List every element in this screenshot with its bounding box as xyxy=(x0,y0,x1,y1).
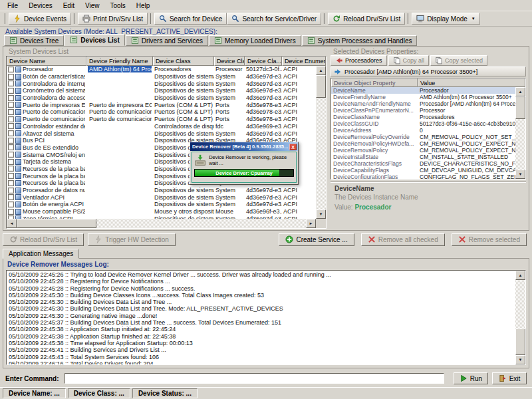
property-row[interactable]: DeviceAddress 0 xyxy=(331,127,515,134)
table-row[interactable]: Puerto de comunicaciones Puerto de comun… xyxy=(7,108,316,116)
scroll-down-button[interactable]: ▼ xyxy=(515,170,525,179)
table-row[interactable]: Cronómetro del sistema Dispositivos de s… xyxy=(7,87,316,94)
remove-all-checked-button[interactable]: Remove all checked xyxy=(361,233,445,246)
close-icon[interactable]: X xyxy=(289,144,297,150)
tab[interactable]: System Processes and Handles xyxy=(302,35,418,46)
row-checkbox[interactable] xyxy=(8,95,14,101)
scroll-up-button[interactable]: ▲ xyxy=(515,271,525,280)
messages-log[interactable]: 05/10/2009 22:45:26 :: Trying to load De… xyxy=(6,270,526,365)
row-checkbox[interactable] xyxy=(8,173,14,179)
scroll-down-button[interactable]: ▼ xyxy=(316,209,326,219)
menu-item[interactable]: Edit xyxy=(58,1,80,11)
tab[interactable]: Devices Tree xyxy=(4,35,64,46)
menu-item[interactable]: File xyxy=(2,1,23,11)
column-header[interactable]: Device Cla... xyxy=(245,57,282,66)
property-row[interactable]: DeviceFriendlyName AMD Athlon(tm) 64 Pro… xyxy=(331,94,515,100)
property-row[interactable]: DeviceClassGUID 50127dc3-0f36-415e-a6cc-… xyxy=(331,120,515,127)
scroll-up-button[interactable]: ▲ xyxy=(515,87,525,96)
row-checkbox[interactable] xyxy=(8,152,14,158)
table-row[interactable]: Mouse compatible PS/2 Mouse y otros disp… xyxy=(7,208,316,215)
scrollbar-thumb[interactable] xyxy=(17,219,96,228)
column-header[interactable]: Device Object Property xyxy=(331,78,418,87)
property-row[interactable]: DeviceRemovalPolicyHWDefa... CM_REMOVAL_… xyxy=(331,140,515,147)
horizontal-scrollbar[interactable]: ◄ ► xyxy=(7,219,316,228)
row-checkbox[interactable] xyxy=(8,144,14,150)
column-header[interactable]: Device Enumerat... xyxy=(282,57,326,66)
scrollbar-thumb[interactable] xyxy=(316,75,326,98)
row-checkbox[interactable] xyxy=(8,109,14,115)
table-row[interactable]: Controladora de interrup... Dispositivos… xyxy=(7,80,316,87)
scroll-right-button[interactable]: ► xyxy=(306,219,316,228)
vertical-scrollbar[interactable]: ▲ ▼ xyxy=(515,87,525,179)
print-button[interactable]: Print Drv/Srv List xyxy=(78,13,148,25)
search-service-button[interactable]: Search for Service/Driver xyxy=(227,13,321,25)
display-mode-button[interactable]: Display Mode ▼ xyxy=(412,13,480,25)
device-events-button[interactable]: Device Events xyxy=(9,13,71,25)
vertical-scrollbar[interactable]: ▲ ▼ xyxy=(515,271,525,364)
row-checkbox[interactable] xyxy=(8,180,14,186)
property-row[interactable]: DeviceClassName Procesadores xyxy=(331,114,515,120)
row-checkbox[interactable] xyxy=(8,188,14,194)
property-row[interactable]: DeviceCharacteristicsFlags DEVICE_CHARAC… xyxy=(331,160,515,167)
table-row[interactable]: Puerto de impresoras ECP Puerto de impre… xyxy=(7,101,316,108)
scroll-up-button[interactable]: ▲ xyxy=(316,66,326,75)
property-row[interactable]: DeviceConfigurationFlags CONFIGFLAG_NO_F… xyxy=(331,174,515,180)
scroll-down-button[interactable]: ▼ xyxy=(515,355,525,364)
menu-item[interactable]: Devices xyxy=(23,1,58,11)
row-checkbox[interactable] xyxy=(8,209,14,215)
scrollbar-thumb[interactable] xyxy=(515,96,525,119)
property-row[interactable]: DeviceInstallState CM_INSTALL_STATE_INST… xyxy=(331,154,515,160)
tab[interactable]: Devices List xyxy=(65,34,124,46)
reload-list-button[interactable]: Reload Drv/Srv List xyxy=(328,13,405,25)
row-checkbox[interactable] xyxy=(8,123,14,129)
reload-drvsrv-button[interactable]: Reload Drv/Srv List xyxy=(3,233,84,246)
row-checkbox[interactable] xyxy=(8,159,14,165)
device-class-tab[interactable]: Procesadores xyxy=(331,55,387,66)
column-header[interactable]: Device Cla... xyxy=(214,57,245,66)
table-row[interactable]: Ventilador ACPI Dispositivos de sistema … xyxy=(7,194,316,201)
menu-item[interactable]: Tools xyxy=(104,1,130,11)
table-row[interactable]: Botón de características fij... Disposit… xyxy=(7,73,316,80)
row-checkbox[interactable] xyxy=(8,166,14,172)
table-row[interactable]: Controlador estándar de... Controladoras… xyxy=(7,123,316,130)
tab-application-messages[interactable]: Application Messages xyxy=(3,249,79,259)
vertical-scrollbar[interactable]: ▲ ▼ xyxy=(316,66,326,219)
copy-all-button[interactable]: Copy all xyxy=(388,55,430,66)
row-checkbox[interactable] xyxy=(8,80,14,86)
remove-selected-button[interactable]: Remove selected xyxy=(452,233,527,246)
property-row[interactable]: DeviceCapabilityFlags CM_DEVCAP_UNIGUID,… xyxy=(331,167,515,174)
table-row[interactable]: Altavoz del sistema Dispositivos de sist… xyxy=(7,130,316,137)
exit-button[interactable]: Exit xyxy=(492,372,527,384)
row-checkbox[interactable] xyxy=(8,201,14,207)
row-checkbox[interactable] xyxy=(8,88,14,94)
create-service-button[interactable]: Create Service ... xyxy=(279,233,354,246)
property-row[interactable]: DeviceName Procesador xyxy=(331,87,515,94)
tab[interactable]: Memory Loaded Drivers xyxy=(209,35,301,46)
property-row[interactable]: DeviceNameAndFriendlyName Procesador [AM… xyxy=(331,100,515,107)
column-header[interactable]: Device Friendly Name xyxy=(86,57,153,66)
column-header[interactable]: Value xyxy=(418,78,525,87)
device-selector[interactable]: Procesador [AMD Athlon(tm) 64 Processor … xyxy=(331,66,526,76)
row-checkbox[interactable] xyxy=(8,74,14,80)
scrollbar-thumb[interactable] xyxy=(515,329,525,355)
row-checkbox[interactable] xyxy=(8,66,14,72)
menu-item[interactable]: Help xyxy=(131,1,156,11)
dialog-title-bar[interactable]: Device Remover [Beta 4] 0.9.3561.2835...… xyxy=(190,142,298,151)
run-button[interactable]: Run xyxy=(454,372,488,384)
tab[interactable]: Drivers and Services xyxy=(126,35,208,46)
table-row[interactable]: Puerto de comunicaciones Puerto de comun… xyxy=(7,116,316,123)
column-header[interactable]: Device Class xyxy=(153,57,214,66)
table-row[interactable]: Procesador AMD Athlon(tm) 64 Proces... P… xyxy=(7,66,316,73)
row-checkbox[interactable] xyxy=(8,130,14,136)
menu-item[interactable]: View xyxy=(80,1,105,11)
scroll-left-button[interactable]: ◄ xyxy=(7,219,17,228)
command-input[interactable] xyxy=(65,373,444,384)
table-row[interactable]: Botón de energía ACPI Dispositivos de si… xyxy=(7,201,316,208)
row-checkbox[interactable] xyxy=(8,102,14,108)
trigger-hw-detection-button[interactable]: Trigger HW Detection xyxy=(88,233,176,246)
row-checkbox[interactable] xyxy=(8,138,14,144)
row-checkbox[interactable] xyxy=(8,194,14,200)
table-row[interactable]: Procesador de datos nu... Dispositivos d… xyxy=(7,187,316,194)
row-checkbox[interactable] xyxy=(8,116,14,122)
table-row[interactable]: Controladora de acceso... Dispositivos d… xyxy=(7,94,316,102)
